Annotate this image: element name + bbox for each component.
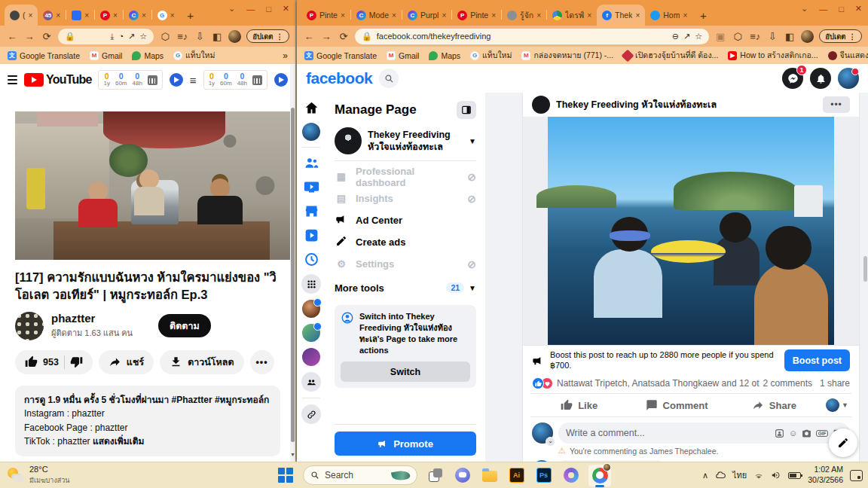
photoshop-button[interactable]: Ps xyxy=(534,466,553,485)
bookmark-mailbox[interactable]: Mกล่องจดหมาย (771) -... xyxy=(521,49,613,62)
comment-input[interactable]: Write a comment... ☺ GIF xyxy=(558,422,850,444)
messenger-button[interactable]: 1 xyxy=(782,68,803,89)
share-icon[interactable]: ↗ xyxy=(128,32,135,41)
tab-close-icon[interactable]: × xyxy=(84,11,89,20)
link-icon[interactable] xyxy=(301,404,321,424)
memories-icon[interactable] xyxy=(302,250,320,268)
camera-icon[interactable] xyxy=(802,429,811,438)
bookmark-star-icon[interactable]: ☆ xyxy=(695,32,702,41)
chart-icon[interactable] xyxy=(252,75,262,85)
tab-close-icon[interactable]: × xyxy=(683,11,687,20)
facebook-logo[interactable]: facebook xyxy=(306,69,372,87)
search-icon[interactable] xyxy=(379,69,399,88)
tab-close-icon[interactable]: × xyxy=(491,11,496,20)
gif-icon[interactable]: GIF xyxy=(816,430,828,437)
tab-5[interactable]: C× xyxy=(124,5,151,26)
tab-search-icon[interactable]: ⌄ xyxy=(801,4,808,14)
friends-icon[interactable] xyxy=(302,154,320,172)
notification-center-icon[interactable] xyxy=(850,470,863,481)
extensions-icon[interactable]: ⬡ xyxy=(159,31,171,42)
tab-canva-2[interactable]: CPurpl× xyxy=(402,5,451,26)
task-view-button[interactable] xyxy=(426,466,445,485)
onedrive-cloud-icon[interactable] xyxy=(715,470,726,480)
comment-button[interactable]: Comment xyxy=(628,395,725,415)
share-icon[interactable]: ↗ xyxy=(683,32,690,41)
tab-close-icon[interactable]: × xyxy=(142,11,146,20)
account-avatar[interactable] xyxy=(838,68,859,89)
comments-count[interactable]: 2 comments xyxy=(763,378,812,389)
tab-close-icon[interactable]: × xyxy=(635,11,640,20)
post-photo[interactable] xyxy=(523,117,859,345)
tab-close-icon[interactable]: × xyxy=(170,11,175,20)
bookmark-google-translate[interactable]: 文Google Translate xyxy=(304,51,377,60)
close-button[interactable]: ✕ xyxy=(855,4,862,14)
collapse-panel-icon[interactable] xyxy=(457,101,476,119)
chart-icon[interactable] xyxy=(148,75,157,85)
menu-ad-center[interactable]: Ad Center xyxy=(335,209,476,231)
boost-post-button[interactable]: Boost post xyxy=(784,349,850,371)
tab-close-icon[interactable]: × xyxy=(392,11,396,20)
tab-close-icon[interactable]: × xyxy=(29,11,33,20)
video-description[interactable]: การดู 1.9 หมื่น ครั้ง 5 ชั่วโมงที่ผ่านมา… xyxy=(15,386,280,456)
tab-4[interactable]: P× xyxy=(95,5,123,26)
profile-avatar[interactable] xyxy=(228,30,241,43)
video-player[interactable] xyxy=(15,111,292,260)
menu-grid-icon[interactable] xyxy=(301,274,321,294)
minimize-button[interactable]: — xyxy=(246,5,255,14)
menu-icon[interactable] xyxy=(8,75,17,84)
split-view-icon[interactable]: ◧ xyxy=(211,31,223,42)
widget-menu-icon[interactable]: ≡ xyxy=(190,74,197,87)
illustrator-button[interactable]: Ai xyxy=(507,466,526,485)
bookmarks-overflow-icon[interactable]: » xyxy=(283,50,288,61)
scrollbar[interactable]: ▼ xyxy=(290,64,295,462)
show-more-link[interactable]: แสดงเพิ่มเติม xyxy=(93,436,144,447)
weather-widget[interactable]: 28°C มีเมฆบางส่วน xyxy=(0,465,77,485)
start-button[interactable] xyxy=(276,466,295,485)
channel-avatar[interactable] xyxy=(15,312,44,340)
video-icon[interactable] xyxy=(302,226,320,244)
tab-canva-1[interactable]: CMode× xyxy=(351,5,402,26)
close-button[interactable]: ✕ xyxy=(283,4,289,14)
reaction-icons[interactable] xyxy=(532,377,553,389)
download-button[interactable]: ดาวน์โหลด xyxy=(160,350,243,374)
switch-button[interactable]: Switch xyxy=(341,361,470,382)
share-button[interactable]: Share xyxy=(726,395,823,415)
shortcut-avatar-3[interactable] xyxy=(302,348,320,366)
new-tab-button[interactable]: + xyxy=(183,8,198,23)
extensions-icon[interactable]: ⬡ xyxy=(732,31,744,42)
chat-button[interactable] xyxy=(453,466,472,485)
taskbar-search[interactable]: Search xyxy=(303,465,417,485)
bookmark-maps[interactable]: Maps xyxy=(429,51,460,60)
page-selector[interactable]: Thekey Freediving หัวใจแห่งท้องทะเล ▼ xyxy=(335,127,476,154)
minimize-button[interactable]: — xyxy=(819,5,827,14)
notifications-button[interactable] xyxy=(810,68,831,89)
like-dislike-pill[interactable]: 953 xyxy=(15,350,93,374)
post-author-name[interactable]: Thekey Freediving หัวใจแห่งท้องทะเล xyxy=(556,97,817,112)
forward-button[interactable]: → xyxy=(23,31,35,42)
tab-search-icon[interactable]: ⌄ xyxy=(228,4,235,14)
speed-icon[interactable]: ◔ xyxy=(118,32,124,41)
profile-avatar[interactable] xyxy=(801,30,814,43)
back-button[interactable]: ← xyxy=(6,31,18,42)
home-icon[interactable] xyxy=(302,99,320,117)
update-button[interactable]: อัปเดต ⋮ xyxy=(819,29,862,43)
commenter-avatar[interactable] xyxy=(532,422,553,444)
tab-close-icon[interactable]: × xyxy=(341,11,345,20)
bookmark-gmail[interactable]: MGmail xyxy=(90,51,122,60)
promote-button[interactable]: Promote xyxy=(335,432,476,456)
tab-close-icon[interactable]: × xyxy=(536,11,541,20)
maximize-button[interactable]: □ xyxy=(266,5,271,14)
extension-icon[interactable] xyxy=(274,73,288,87)
chrome-button-active[interactable] xyxy=(588,465,611,486)
install-icon[interactable]: ⤓ xyxy=(111,32,115,41)
shares-count[interactable]: 1 share xyxy=(820,378,850,389)
back-button[interactable]: ← xyxy=(303,31,315,42)
tab-2[interactable]: 45× xyxy=(38,5,66,26)
bookmark-star-icon[interactable]: ☆ xyxy=(139,32,147,41)
scrollbar-thumb[interactable] xyxy=(863,256,867,282)
tab-6[interactable]: G× xyxy=(152,5,180,26)
like-button[interactable]: Like xyxy=(530,395,628,415)
tab-close-icon[interactable]: × xyxy=(56,11,60,20)
update-button[interactable]: อัปเดต ⋮ xyxy=(246,29,289,43)
clock[interactable]: 1:02 AM 30/3/2566 xyxy=(808,465,843,485)
